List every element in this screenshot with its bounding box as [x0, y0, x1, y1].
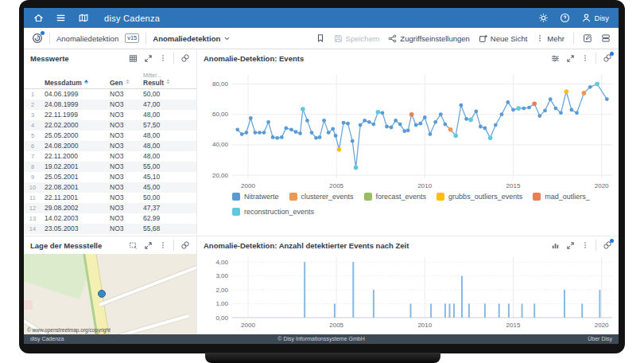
- table-cell-date: 22.11.1999: [41, 110, 107, 120]
- legend-swatch: [232, 193, 240, 201]
- table-row[interactable]: 525.05.2000NO348,00: [24, 131, 196, 141]
- legend-item: forecast_events: [364, 193, 427, 201]
- events-bar-chart[interactable]: 200020052010201520200,001,002,003,004,00: [197, 254, 619, 334]
- expand-button[interactable]: [144, 54, 153, 63]
- table-row[interactable]: 422.02.2000NO357,50: [24, 120, 196, 131]
- table-cell-gen: NO3: [107, 193, 140, 203]
- table-row[interactable]: 925.05.2001NO345,10: [24, 172, 196, 182]
- table-row[interactable]: 1423.05.2003NO355,68: [24, 224, 196, 234]
- legend-label: grubbs_outliers_events: [448, 193, 522, 201]
- svg-text:2010: 2010: [417, 322, 432, 329]
- workbook-name: Anomaliedetektion: [56, 34, 118, 43]
- bookmark-button[interactable]: [316, 33, 325, 43]
- table-cell-date: 22.08.2001: [41, 182, 107, 193]
- link-button[interactable]: [180, 53, 190, 63]
- table-cell-num: 15: [24, 234, 41, 236]
- home-button[interactable]: [33, 13, 44, 23]
- table-cell-res: 48,00: [140, 151, 196, 162]
- layout-button[interactable]: [601, 33, 611, 43]
- table-cell-gen: NO3: [107, 110, 140, 120]
- table-row[interactable]: 722.11.2000NO348,00: [24, 151, 196, 162]
- table-cell-res: 62,99: [140, 213, 196, 224]
- notification-dot: [41, 31, 45, 35]
- user-menu-button[interactable]: Disy: [581, 13, 609, 23]
- link-button[interactable]: [603, 53, 612, 63]
- panel-menu-button[interactable]: [159, 241, 167, 249]
- footer-about-link[interactable]: Über Disy: [588, 334, 612, 344]
- link-button[interactable]: [603, 240, 612, 250]
- link-icon: [180, 240, 190, 250]
- workbook-button[interactable]: [32, 33, 43, 44]
- column-header-result[interactable]: Mittel .. Result: [140, 67, 196, 89]
- table-view-button[interactable]: [129, 54, 138, 63]
- table-cell-num: 13: [24, 213, 41, 224]
- column-header-gen[interactable]: Gen: [107, 67, 140, 89]
- access-settings-button[interactable]: Zugriffseinstellungen: [388, 34, 470, 43]
- expand-icon: [144, 241, 153, 250]
- table-row[interactable]: 322.11.1999NO348,00: [24, 110, 196, 120]
- events-line-chart[interactable]: 2000200520102015202020,0040,0060,0080,00: [197, 67, 619, 193]
- table-cell-num: 14: [24, 224, 41, 234]
- svg-text:2020: 2020: [595, 322, 609, 329]
- save-button[interactable]: Speichern: [334, 34, 380, 43]
- expand-icon: [144, 54, 153, 63]
- select-area-button[interactable]: [129, 241, 138, 250]
- legend-item: mad_outliers_: [533, 193, 590, 201]
- table-row[interactable]: 224.08.1999NO347,00: [24, 100, 196, 110]
- table-row[interactable]: 1122.11.2001NO350,00: [24, 193, 196, 203]
- table-cell-res: 57,50: [140, 120, 196, 131]
- app-footer: disy Cadenza © Disy Informationssysteme …: [24, 334, 619, 344]
- column-overline: Mittel ..: [143, 72, 195, 78]
- table-cell-res: 48,00: [140, 141, 196, 151]
- panel-title: Anomalie-Detektion: Anzahl detektierter …: [204, 241, 409, 250]
- table-row[interactable]: 819.02.2001NO355,00: [24, 162, 196, 172]
- expand-button[interactable]: [566, 241, 575, 250]
- expand-button[interactable]: [566, 54, 575, 63]
- osm-attribution-link[interactable]: © www.openstreetmap.org/copyright: [27, 327, 111, 333]
- table-cell-num: 4: [24, 120, 41, 131]
- panel-messwerte-header: Messwerte: [24, 49, 196, 67]
- panel-title: Anomalie-Detektion: Events: [204, 54, 304, 63]
- table-row[interactable]: 104.06.1999NO350,00: [24, 89, 196, 100]
- svg-text:2015: 2015: [506, 182, 521, 189]
- svg-text:2000: 2000: [241, 322, 255, 329]
- new-view-button[interactable]: Neue Sicht: [479, 34, 527, 43]
- link-button[interactable]: [180, 240, 190, 250]
- table-cell-num: 6: [24, 141, 41, 151]
- panel-menu-button[interactable]: [159, 54, 167, 62]
- table-row[interactable]: 1229.08.2002NO347,37: [24, 203, 196, 213]
- expand-button[interactable]: [144, 241, 153, 250]
- view-switcher[interactable]: Anomaliedetektion: [153, 34, 231, 43]
- settings-button[interactable]: [538, 13, 549, 23]
- save-icon: [334, 34, 343, 43]
- table-row[interactable]: 1503.09.2003NO344,76: [24, 234, 196, 236]
- table-cell-date: 23.05.2003: [41, 224, 107, 234]
- svg-text:2000: 2000: [241, 182, 255, 189]
- help-button[interactable]: [560, 13, 570, 23]
- table-cell-num: 10: [24, 182, 41, 193]
- user-name: Disy: [595, 14, 609, 22]
- edit-workbook-button[interactable]: [583, 33, 592, 43]
- panel-menu-button[interactable]: [581, 241, 589, 249]
- svg-text:1,00: 1,00: [215, 300, 228, 307]
- menu-button[interactable]: [56, 13, 66, 23]
- more-button[interactable]: Mehr: [536, 34, 564, 43]
- table-row[interactable]: 624.08.2000NO348,00: [24, 141, 196, 151]
- chart-options-button[interactable]: [551, 54, 560, 63]
- column-header-messdatum[interactable]: Messdatum: [41, 67, 107, 89]
- map-canvas[interactable]: © www.openstreetmap.org/copyright: [24, 254, 196, 334]
- table-row[interactable]: 1022.08.2001NO345,00: [24, 182, 196, 193]
- map-nav-button[interactable]: [78, 13, 89, 23]
- table-row[interactable]: 1314.02.2003NO362,99: [24, 213, 196, 224]
- kebab-icon: [581, 54, 589, 62]
- panel-title: Lage der Messstelle: [30, 241, 102, 250]
- svg-text:2005: 2005: [329, 322, 343, 329]
- measuring-point-marker[interactable]: [98, 290, 106, 298]
- footer-copyright: © Disy Informationssysteme GmbH: [24, 334, 619, 344]
- legend-label: mad_outliers_: [545, 193, 590, 201]
- app-title: disy Cadenza: [104, 14, 160, 23]
- chart-type-button[interactable]: [551, 241, 560, 250]
- access-settings-label: Zugriffseinstellungen: [400, 34, 470, 43]
- panel-menu-button[interactable]: [581, 54, 589, 62]
- table-cell-date: 25.05.2000: [41, 131, 107, 141]
